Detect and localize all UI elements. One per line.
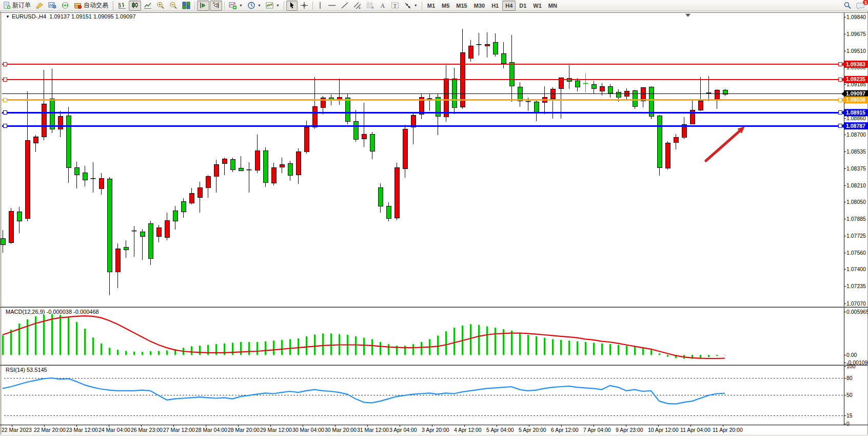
crosshair-button[interactable] xyxy=(298,1,310,11)
auto-scroll-button[interactable] xyxy=(197,1,209,11)
new-chart-button[interactable]: ▼ xyxy=(227,1,245,11)
bar-chart-icon xyxy=(118,2,126,9)
line-handle[interactable] xyxy=(3,78,7,81)
tab-timeframe-h1[interactable]: H1 xyxy=(488,1,502,11)
line-handle[interactable] xyxy=(3,124,7,128)
rsi-scale-label: 80 xyxy=(846,375,853,381)
cursor-button[interactable] xyxy=(286,1,298,11)
line-handle[interactable] xyxy=(838,124,842,128)
notifications-button[interactable]: 1 xyxy=(854,1,867,11)
new-chart-icon xyxy=(229,2,237,9)
bear-candle-body xyxy=(394,167,399,218)
tab-timeframe-m30[interactable]: M30 xyxy=(471,1,488,11)
timeframe-label: W1 xyxy=(533,3,542,9)
arrows-shapes-button[interactable]: ▼ xyxy=(402,1,420,11)
bull-candle-body xyxy=(649,87,654,117)
timeframe-label: M15 xyxy=(456,3,467,9)
price-tick-label: 1.07885 xyxy=(846,216,866,222)
chart-canvas[interactable]: 1.098401.096751.095101.093501.091851.090… xyxy=(0,11,868,436)
chevron-down-icon[interactable]: ▼ xyxy=(258,4,261,7)
market-watch-button[interactable] xyxy=(46,1,58,11)
new-order-button[interactable]: 新订单 xyxy=(1,1,33,11)
bear-candle-body xyxy=(468,46,473,58)
bear-candle-body xyxy=(255,151,260,170)
bull-candle-body xyxy=(501,53,506,63)
chevron-down-icon[interactable]: ▼ xyxy=(276,4,280,7)
tile-windows-icon xyxy=(182,2,190,9)
macd-scale-label: 0.00 xyxy=(846,352,857,358)
tab-timeframe-d1[interactable]: D1 xyxy=(516,1,529,11)
price-tag-label: 1.09038 xyxy=(846,97,865,103)
chart-shift-button[interactable] xyxy=(210,1,222,11)
price-tag-label: 1.09235 xyxy=(846,76,865,82)
equidistant-channel-button[interactable]: E xyxy=(351,1,364,11)
bear-candle-body xyxy=(206,176,210,187)
chart-background xyxy=(0,11,868,436)
tab-timeframe-w1[interactable]: W1 xyxy=(530,1,545,11)
text-label-button[interactable]: T xyxy=(389,1,401,11)
bull-candle-body xyxy=(74,168,79,175)
timeframe-label: H1 xyxy=(491,3,499,9)
bull-candle-body xyxy=(66,116,71,167)
line-chart-button[interactable] xyxy=(142,1,154,11)
price-tick-label: 1.09510 xyxy=(846,48,866,54)
zoom-in-icon xyxy=(156,2,165,9)
bull-candle-body xyxy=(452,79,457,108)
bar-chart-button[interactable] xyxy=(116,1,128,11)
line-handle[interactable] xyxy=(3,111,7,115)
tab-timeframe-m5[interactable]: M5 xyxy=(439,1,452,11)
zoom-out-button[interactable] xyxy=(167,1,180,11)
price-tick-label: 1.09675 xyxy=(846,31,866,37)
timeframe-label: M5 xyxy=(442,3,449,9)
auto-trading-icon xyxy=(74,2,82,9)
line-handle[interactable] xyxy=(838,111,842,115)
period-button[interactable]: ▼ xyxy=(245,1,263,11)
line-handle[interactable] xyxy=(3,98,7,102)
text-button[interactable]: A xyxy=(377,1,388,11)
search-button[interactable] xyxy=(841,1,854,11)
horizontal-line-button[interactable] xyxy=(326,1,338,11)
bear-candle-body xyxy=(296,152,301,175)
bear-candle-body xyxy=(641,88,645,101)
bear-candle-body xyxy=(42,104,46,137)
new-order-icon xyxy=(3,2,11,9)
vertical-line-button[interactable] xyxy=(315,1,325,11)
bear-candle-body xyxy=(99,178,104,188)
bear-candle-body xyxy=(198,188,202,198)
line-handle[interactable] xyxy=(3,63,7,66)
zoom-in-button[interactable] xyxy=(154,1,167,11)
highlighter-button[interactable] xyxy=(33,1,46,11)
rsi-scale-label: 100 xyxy=(846,363,856,369)
bull-candle-body xyxy=(148,223,153,258)
bear-candle-body xyxy=(271,167,276,183)
auto-trading-button[interactable]: 自动交易 xyxy=(72,1,110,11)
time-tick-label: 5 Apr 04:00 xyxy=(486,427,514,433)
price-tick-label: 1.07400 xyxy=(846,266,866,272)
line-handle[interactable] xyxy=(838,98,842,102)
search-icon xyxy=(843,2,852,10)
bull-candle-body xyxy=(107,179,112,272)
bear-candle-body xyxy=(156,228,161,236)
fibonacci-button[interactable]: F xyxy=(364,1,377,11)
tile-windows-button[interactable] xyxy=(180,1,192,11)
chart-shift-icon xyxy=(212,2,220,9)
tab-timeframe-mn[interactable]: MN xyxy=(545,1,560,11)
trendline-button[interactable] xyxy=(339,1,351,11)
bull-candle-body xyxy=(386,206,391,219)
price-tag-label: 1.08787 xyxy=(846,123,865,129)
tab-timeframe-m1[interactable]: M1 xyxy=(424,1,438,11)
tab-timeframe-m15[interactable]: M15 xyxy=(453,1,470,11)
price-tag-label: 1.08915 xyxy=(846,109,865,116)
line-handle[interactable] xyxy=(838,78,842,81)
candlestick-chart-button[interactable] xyxy=(129,1,141,11)
indicators-button[interactable]: ▼ xyxy=(264,1,282,11)
line-handle[interactable] xyxy=(838,63,842,66)
chevron-down-icon[interactable]: ▼ xyxy=(239,4,243,7)
chevron-down-icon[interactable]: ▼ xyxy=(414,4,418,7)
text-icon: A xyxy=(379,2,386,9)
title-dropdown-icon[interactable]: ▼ xyxy=(6,14,10,19)
signal-button[interactable] xyxy=(59,1,71,11)
line-chart-icon xyxy=(144,2,152,9)
price-tick-label: 1.09840 xyxy=(846,14,866,20)
tab-timeframe-h4[interactable]: H4 xyxy=(502,1,516,11)
